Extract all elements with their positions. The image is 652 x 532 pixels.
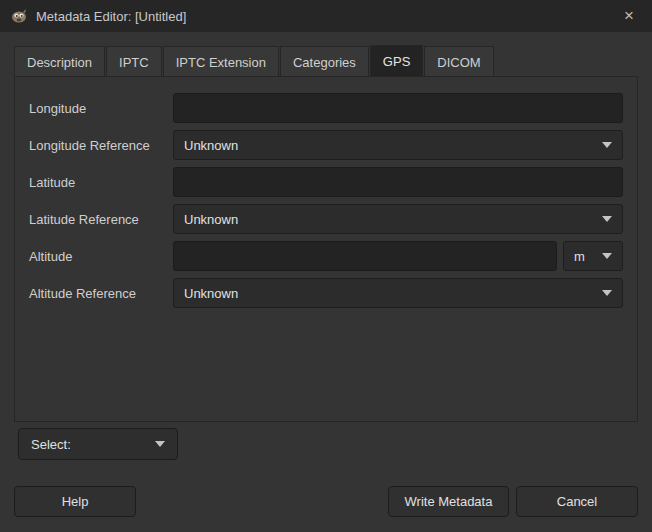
write-metadata-button[interactable]: Write Metadata: [388, 486, 509, 517]
altitude-unit-dropdown[interactable]: m: [563, 241, 623, 271]
chevron-down-icon: [602, 290, 612, 296]
longitude-reference-value: Unknown: [184, 138, 594, 153]
gps-tab-panel: Longitude Longitude Reference Unknown La…: [14, 76, 638, 422]
altitude-unit-value: m: [574, 249, 594, 264]
close-button[interactable]: ×: [614, 0, 644, 32]
row-altitude: Altitude m: [15, 241, 637, 271]
latitude-reference-value: Unknown: [184, 212, 594, 227]
longitude-input[interactable]: [173, 93, 623, 123]
window-title: Metadata Editor: [Untitled]: [36, 9, 186, 24]
altitude-reference-label: Altitude Reference: [29, 278, 136, 308]
chevron-down-icon: [602, 142, 612, 148]
latitude-input[interactable]: [173, 167, 623, 197]
row-longitude-reference: Longitude Reference Unknown: [15, 130, 637, 160]
cancel-button[interactable]: Cancel: [516, 486, 638, 517]
row-longitude: Longitude: [15, 93, 637, 123]
latitude-reference-label: Latitude Reference: [29, 204, 139, 234]
tab-iptc[interactable]: IPTC: [106, 46, 162, 77]
longitude-label: Longitude: [29, 93, 86, 123]
metadata-editor-dialog: Metadata Editor: [Untitled] × Descriptio…: [0, 0, 652, 532]
altitude-label: Altitude: [29, 241, 72, 271]
help-button[interactable]: Help: [14, 486, 136, 517]
tab-description[interactable]: Description: [14, 46, 105, 77]
latitude-label: Latitude: [29, 167, 75, 197]
gimp-wilber-icon: [10, 7, 28, 25]
select-combo-label: Select:: [31, 437, 147, 452]
select-combo[interactable]: Select:: [18, 428, 178, 460]
tab-gps[interactable]: GPS: [370, 45, 423, 77]
tab-iptc-extension[interactable]: IPTC Extension: [163, 46, 279, 77]
row-latitude: Latitude: [15, 167, 637, 197]
titlebar[interactable]: Metadata Editor: [Untitled] ×: [0, 0, 652, 32]
altitude-reference-dropdown[interactable]: Unknown: [173, 278, 623, 308]
altitude-input[interactable]: [173, 241, 557, 271]
longitude-reference-label: Longitude Reference: [29, 130, 150, 160]
chevron-down-icon: [602, 216, 612, 222]
altitude-reference-value: Unknown: [184, 286, 594, 301]
longitude-reference-dropdown[interactable]: Unknown: [173, 130, 623, 160]
tab-categories[interactable]: Categories: [280, 46, 369, 77]
chevron-down-icon: [155, 441, 165, 447]
row-altitude-reference: Altitude Reference Unknown: [15, 278, 637, 308]
tab-bar: Description IPTC IPTC Extension Categori…: [14, 45, 495, 77]
row-latitude-reference: Latitude Reference Unknown: [15, 204, 637, 234]
tab-dicom[interactable]: DICOM: [424, 46, 493, 77]
latitude-reference-dropdown[interactable]: Unknown: [173, 204, 623, 234]
chevron-down-icon: [602, 253, 612, 259]
